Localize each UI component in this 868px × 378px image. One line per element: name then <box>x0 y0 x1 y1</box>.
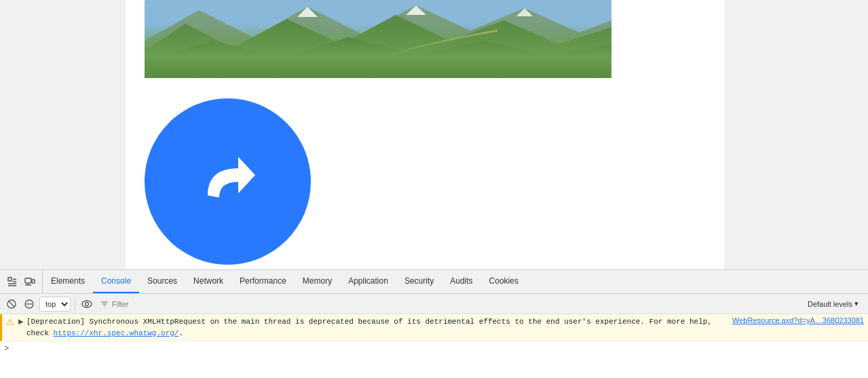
console-prompt-row: > <box>0 341 868 356</box>
svg-rect-0 <box>145 0 611 78</box>
devtools-tabs-bar: Elements Console Sources Network Perform… <box>0 270 868 294</box>
console-input[interactable] <box>12 344 864 354</box>
svg-marker-3 <box>145 37 611 78</box>
xhr-spec-link[interactable]: https://xhr.spec.whatwg.org/ <box>54 329 179 337</box>
filter-container <box>97 297 799 311</box>
expand-icon[interactable]: ▶ <box>18 318 24 325</box>
block-icon[interactable] <box>22 297 37 311</box>
svg-line-17 <box>9 301 14 307</box>
levels-label: Default levels <box>808 300 852 308</box>
message-text-pre: [Deprecation] Synchronous XMLHttpRequest… <box>26 318 712 326</box>
tab-audits[interactable]: Audits <box>442 270 480 293</box>
mountain-svg <box>145 0 611 78</box>
inspect-element-icon[interactable] <box>5 275 19 288</box>
warning-icon: ⚠ <box>6 317 14 327</box>
toolbar-separator <box>75 297 75 311</box>
default-levels-button[interactable]: Default levels ▾ <box>802 298 864 309</box>
console-toolbar: top Default levels ▾ <box>0 294 868 314</box>
mountain-image <box>145 0 611 78</box>
share-icon-container <box>145 98 311 265</box>
devtools-icon-group <box>0 270 43 293</box>
svg-point-21 <box>86 302 89 305</box>
console-prompt-symbol: > <box>4 344 9 354</box>
svg-marker-2 <box>145 15 611 78</box>
devtools-panel: Elements Console Sources Network Perform… <box>0 269 868 378</box>
tab-security[interactable]: Security <box>396 270 442 293</box>
tab-network[interactable]: Network <box>185 270 231 293</box>
tab-sources[interactable]: Sources <box>139 270 185 293</box>
tab-memory[interactable]: Memory <box>295 270 340 293</box>
right-gutter <box>724 0 868 269</box>
levels-arrow-icon: ▾ <box>854 299 858 308</box>
console-warning-message: [Deprecation] Synchronous XMLHttpRequest… <box>26 316 727 339</box>
svg-rect-12 <box>25 278 31 283</box>
filter-input[interactable] <box>112 297 799 311</box>
file-link[interactable]: WebResource.axd?d=yA…3680233081 <box>732 316 864 324</box>
svg-point-20 <box>82 301 92 307</box>
console-warning-row: ⚠ ▶ [Deprecation] Synchronous XMLHttpReq… <box>0 314 868 341</box>
tab-cookies[interactable]: Cookies <box>481 270 527 293</box>
context-selector[interactable]: top <box>39 297 71 311</box>
filter-icon <box>97 297 112 311</box>
svg-rect-13 <box>32 280 35 283</box>
svg-rect-7 <box>8 278 12 281</box>
clear-console-icon[interactable] <box>4 297 19 311</box>
tab-performance[interactable]: Performance <box>231 270 295 293</box>
message-check: check <box>26 329 54 337</box>
left-gutter <box>0 0 126 269</box>
browser-content <box>0 0 868 269</box>
tab-application[interactable]: Application <box>340 270 396 293</box>
page-content <box>126 0 724 269</box>
share-icon-svg <box>184 138 272 226</box>
device-toolbar-icon[interactable] <box>23 275 37 288</box>
message-dot: . <box>178 329 183 337</box>
tab-console[interactable]: Console <box>93 270 139 293</box>
console-output: ⚠ ▶ [Deprecation] Synchronous XMLHttpReq… <box>0 314 868 378</box>
eye-icon[interactable] <box>79 297 94 311</box>
tab-elements[interactable]: Elements <box>43 270 93 293</box>
